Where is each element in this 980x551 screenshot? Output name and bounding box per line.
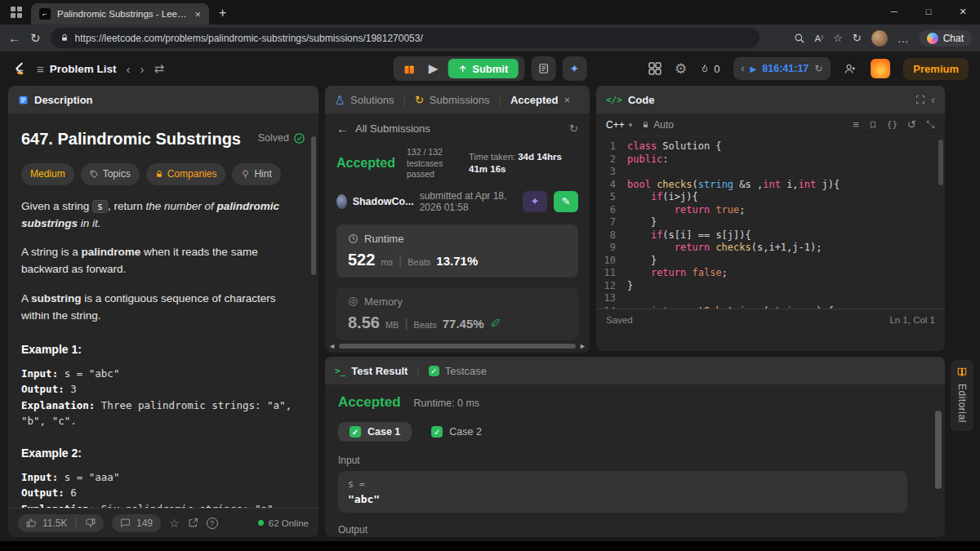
editorial-tab[interactable]: Editorial [951,360,973,431]
collapse-timer-icon[interactable]: ‹ [742,63,745,74]
browser-tab[interactable]: ⌐ Palindromic Substrings - LeetCode × [31,3,209,24]
minimize-button[interactable]: ─ [877,0,911,23]
session-timer[interactable]: ‹ ▶ 816:41:17 ↻ [733,57,831,80]
refresh-submissions-icon[interactable]: ↻ [569,122,578,135]
settings-gear-icon[interactable]: ⚙ [675,60,687,78]
invite-user-icon[interactable] [844,63,858,75]
code-line[interactable]: 1class Solution { [596,140,945,153]
code-line[interactable]: 11 return false; [596,267,945,280]
share-icon[interactable] [188,518,198,528]
code-line[interactable]: 14 int countSubstrings(string s) { [596,305,945,309]
premium-button[interactable]: Premium [903,58,969,80]
sync-icon[interactable]: ↻ [853,32,862,44]
tab-solutions[interactable]: Solutions [350,94,394,106]
back-arrow-icon[interactable]: ← [336,122,349,136]
memory-card[interactable]: Memory 8.56 MB | Beats 77.45% [336,287,578,340]
submitter-avatar[interactable] [336,194,347,209]
all-submissions-link[interactable]: All Submissions [355,122,430,135]
notes-button[interactable] [531,56,555,81]
code-line[interactable]: 4bool checks(string &s ,int i,int j){ [596,179,945,192]
submit-button[interactable]: Submit [448,59,518,78]
maximize-button[interactable]: □ [911,0,946,23]
browser-profile-avatar[interactable] [871,30,888,47]
bookmark-icon[interactable] [869,120,877,130]
expand-editor-icon[interactable] [926,120,935,129]
edit-solution-button[interactable]: ✎ [554,191,578,212]
tab-close-icon[interactable]: × [194,8,201,20]
tab-submissions[interactable]: Submissions [430,94,490,106]
prev-problem-icon[interactable]: ‹ [127,62,131,76]
code-line[interactable]: 7 } [596,216,945,229]
tab-testcase[interactable]: Testcase [445,365,487,377]
leetcode-logo[interactable] [11,60,27,78]
case-1-button[interactable]: ✓ Case 1 [338,422,412,442]
code-line[interactable]: 3 [596,166,945,179]
problem-list-button[interactable]: ≡ Problem List [37,62,117,76]
scroll-right-icon[interactable]: ► [579,342,586,350]
topics-badge[interactable]: Topics [81,163,140,185]
address-bar[interactable]: https://leetcode.com/problems/palindromi… [51,28,760,48]
workspaces-icon[interactable] [10,6,23,19]
scrollbar-thumb[interactable] [339,344,576,349]
code-editor[interactable]: 1class Solution {2public:3 4bool checks(… [596,136,945,309]
tab-accepted[interactable]: Accepted [510,94,559,106]
case-2-button[interactable]: ✓ Case 2 [420,422,493,442]
tab-code[interactable]: Code [628,94,655,106]
layout-grid-icon[interactable] [648,62,662,75]
test-panel-scrollbar[interactable] [935,411,942,489]
run-icon[interactable]: ▶ [422,61,445,76]
editor-scrollbar[interactable] [938,140,943,185]
refresh-icon[interactable]: ↻ [30,31,41,46]
runtime-card[interactable]: Runtime 522 ms | Beats 13.71% [336,224,578,278]
braces-icon[interactable]: {} [887,119,898,130]
code-line[interactable]: 8 if(s[i] == s[j]){ [596,229,945,242]
ai-sparkle-button[interactable]: ✦ [562,56,586,81]
new-tab-button[interactable]: + [219,6,226,20]
code-line[interactable]: 10 } [596,255,945,268]
code-line[interactable]: 9 return checks(s,i+1,j-1); [596,242,945,255]
favorite-star-icon[interactable]: ☆ [169,517,180,530]
undo-icon[interactable]: ↺ [907,118,916,131]
submitter-name[interactable]: ShadowCo... [353,196,414,207]
description-scrollbar[interactable] [311,136,316,275]
code-line[interactable]: 13 [596,292,945,305]
user-avatar[interactable] [871,59,890,78]
language-selector[interactable]: C++ ▾ [606,119,632,131]
close-accepted-tab-icon[interactable]: × [564,94,570,106]
favorites-star-icon[interactable]: ☆ [833,32,843,44]
daily-gift-icon[interactable] [397,63,422,75]
collapse-panel-icon[interactable]: ‹ [931,93,935,106]
companies-badge[interactable]: Companies [146,163,226,185]
read-aloud-icon[interactable]: A⁾ [815,33,824,44]
format-code-icon[interactable]: ≡ [853,118,859,131]
difficulty-badge[interactable]: Medium [21,163,74,185]
timer-play-icon[interactable]: ▶ [751,64,757,73]
streak-counter[interactable]: 0 [700,63,719,75]
timer-reset-icon[interactable]: ↻ [814,63,822,74]
code-line[interactable]: 5 if(i>j){ [596,191,945,204]
code-line[interactable]: 12} [596,280,945,293]
analyze-ai-button[interactable]: ✦ [523,191,547,212]
code-line[interactable]: 2public: [596,153,945,167]
back-icon[interactable]: ← [8,31,20,45]
thumbs-down-icon[interactable] [85,518,96,528]
tab-test-result[interactable]: Test Result [351,365,408,377]
input-value-box[interactable]: s = "abc" [338,471,907,513]
like-button[interactable]: 11.5K │ [18,514,104,532]
help-icon[interactable]: ? [207,518,218,529]
case-check-icon: ✓ [350,426,361,438]
next-problem-icon[interactable]: › [140,62,145,76]
comments-button[interactable]: 149 [112,514,161,532]
copilot-chat-button[interactable]: Chat [919,30,972,47]
close-button[interactable]: ✕ [946,0,980,23]
zoom-icon[interactable] [794,33,805,44]
code-line[interactable]: 6 return true; [596,204,945,217]
auto-toggle[interactable]: Auto [642,119,674,131]
horizontal-scrollbar[interactable]: ◄ ► [328,342,586,350]
tab-description[interactable]: Description [34,94,93,106]
browser-menu-icon[interactable]: … [898,32,909,45]
scroll-left-icon[interactable]: ◄ [328,342,336,350]
hint-badge[interactable]: Hint [232,163,280,185]
maximize-panel-icon[interactable] [915,95,925,104]
shuffle-icon[interactable]: ⇄ [154,61,165,76]
